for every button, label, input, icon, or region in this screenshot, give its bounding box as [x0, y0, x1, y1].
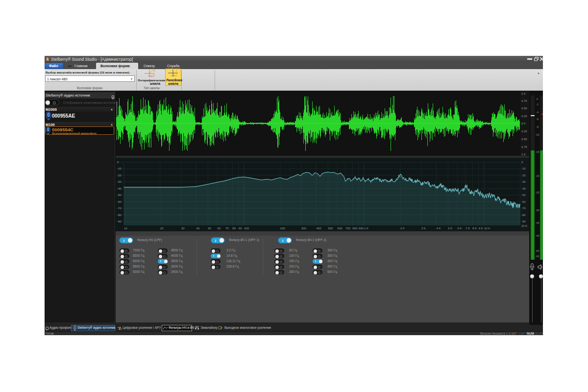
svg-text:LINE: LINE: [171, 74, 175, 77]
svg-text:LOG 2: LOG 2: [148, 75, 155, 77]
